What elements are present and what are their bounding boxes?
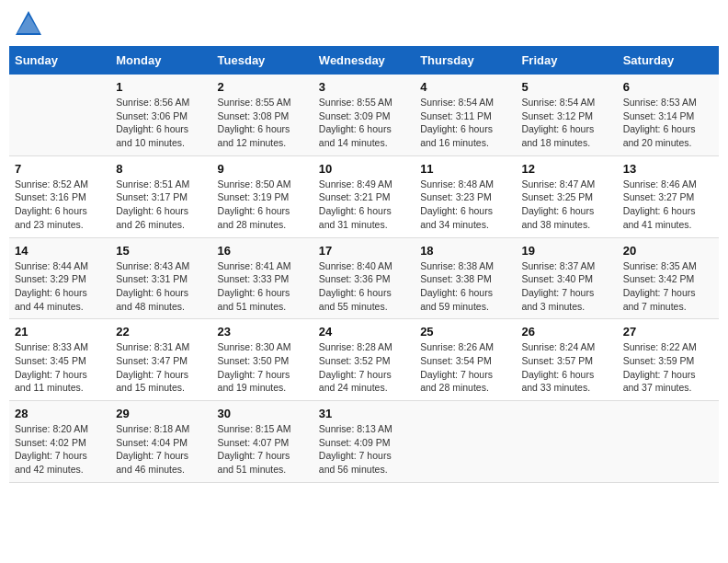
day-info: Sunrise: 8:37 AM Sunset: 3:40 PM Dayligh… bbox=[521, 259, 611, 314]
calendar-cell bbox=[9, 75, 110, 155]
calendar-cell bbox=[516, 401, 617, 483]
week-row-2: 14Sunrise: 8:44 AM Sunset: 3:29 PM Dayli… bbox=[9, 237, 719, 319]
day-number: 2 bbox=[218, 80, 308, 94]
day-number: 17 bbox=[319, 244, 409, 258]
calendar-cell: 8Sunrise: 8:51 AM Sunset: 3:17 PM Daylig… bbox=[110, 155, 211, 237]
calendar-cell: 30Sunrise: 8:15 AM Sunset: 4:07 PM Dayli… bbox=[212, 401, 313, 483]
day-number: 13 bbox=[623, 162, 713, 176]
day-number: 8 bbox=[116, 162, 206, 176]
day-info: Sunrise: 8:15 AM Sunset: 4:07 PM Dayligh… bbox=[218, 422, 308, 477]
day-info: Sunrise: 8:24 AM Sunset: 3:57 PM Dayligh… bbox=[521, 340, 611, 395]
day-number: 5 bbox=[521, 80, 611, 94]
day-number: 4 bbox=[420, 80, 510, 94]
calendar-cell: 4Sunrise: 8:54 AM Sunset: 3:11 PM Daylig… bbox=[415, 75, 516, 155]
calendar-cell: 26Sunrise: 8:24 AM Sunset: 3:57 PM Dayli… bbox=[516, 319, 617, 401]
week-row-3: 21Sunrise: 8:33 AM Sunset: 3:45 PM Dayli… bbox=[9, 319, 719, 401]
calendar-cell: 7Sunrise: 8:52 AM Sunset: 3:16 PM Daylig… bbox=[9, 155, 110, 237]
day-number: 10 bbox=[319, 162, 409, 176]
day-info: Sunrise: 8:43 AM Sunset: 3:31 PM Dayligh… bbox=[116, 259, 206, 314]
calendar-cell: 2Sunrise: 8:55 AM Sunset: 3:08 PM Daylig… bbox=[212, 75, 313, 155]
week-row-1: 7Sunrise: 8:52 AM Sunset: 3:16 PM Daylig… bbox=[9, 155, 719, 237]
calendar-cell: 15Sunrise: 8:43 AM Sunset: 3:31 PM Dayli… bbox=[110, 237, 211, 319]
calendar-cell: 25Sunrise: 8:26 AM Sunset: 3:54 PM Dayli… bbox=[415, 319, 516, 401]
calendar-cell: 27Sunrise: 8:22 AM Sunset: 3:59 PM Dayli… bbox=[618, 319, 719, 401]
day-number: 6 bbox=[623, 80, 713, 94]
day-number: 11 bbox=[420, 162, 510, 176]
day-info: Sunrise: 8:51 AM Sunset: 3:17 PM Dayligh… bbox=[116, 178, 206, 232]
day-number: 28 bbox=[15, 407, 105, 420]
calendar-cell bbox=[415, 401, 516, 483]
day-number: 23 bbox=[218, 325, 308, 339]
day-number: 20 bbox=[623, 244, 713, 258]
day-number: 27 bbox=[623, 325, 713, 339]
svg-marker-1 bbox=[17, 15, 40, 33]
day-number: 3 bbox=[319, 80, 409, 94]
day-number: 14 bbox=[15, 244, 105, 258]
calendar-cell: 3Sunrise: 8:55 AM Sunset: 3:09 PM Daylig… bbox=[313, 75, 415, 155]
weekday-header-friday: Friday bbox=[516, 46, 617, 75]
day-info: Sunrise: 8:13 AM Sunset: 4:09 PM Dayligh… bbox=[319, 422, 409, 477]
calendar-cell: 22Sunrise: 8:31 AM Sunset: 3:47 PM Dayli… bbox=[110, 319, 211, 401]
weekday-header-tuesday: Tuesday bbox=[212, 46, 313, 75]
day-info: Sunrise: 8:28 AM Sunset: 3:52 PM Dayligh… bbox=[319, 340, 409, 395]
calendar-cell: 28Sunrise: 8:20 AM Sunset: 4:02 PM Dayli… bbox=[9, 401, 110, 483]
calendar-cell: 11Sunrise: 8:48 AM Sunset: 3:23 PM Dayli… bbox=[415, 155, 516, 237]
day-number: 30 bbox=[218, 407, 308, 420]
day-info: Sunrise: 8:52 AM Sunset: 3:16 PM Dayligh… bbox=[15, 178, 105, 232]
day-info: Sunrise: 8:26 AM Sunset: 3:54 PM Dayligh… bbox=[420, 340, 510, 395]
logo bbox=[14, 9, 47, 39]
weekday-header-monday: Monday bbox=[110, 46, 211, 75]
day-number: 1 bbox=[116, 80, 206, 94]
week-row-4: 28Sunrise: 8:20 AM Sunset: 4:02 PM Dayli… bbox=[9, 401, 719, 483]
calendar-cell: 20Sunrise: 8:35 AM Sunset: 3:42 PM Dayli… bbox=[618, 237, 719, 319]
calendar-cell: 19Sunrise: 8:37 AM Sunset: 3:40 PM Dayli… bbox=[516, 237, 617, 319]
day-number: 29 bbox=[116, 407, 206, 420]
weekday-header-row: SundayMondayTuesdayWednesdayThursdayFrid… bbox=[9, 46, 719, 75]
day-info: Sunrise: 8:40 AM Sunset: 3:36 PM Dayligh… bbox=[319, 259, 409, 314]
weekday-header-saturday: Saturday bbox=[618, 46, 719, 75]
day-info: Sunrise: 8:55 AM Sunset: 3:09 PM Dayligh… bbox=[319, 96, 409, 150]
calendar-cell: 1Sunrise: 8:56 AM Sunset: 3:06 PM Daylig… bbox=[110, 75, 211, 155]
calendar-cell: 24Sunrise: 8:28 AM Sunset: 3:52 PM Dayli… bbox=[313, 319, 415, 401]
weekday-header-wednesday: Wednesday bbox=[313, 46, 415, 75]
calendar-cell: 21Sunrise: 8:33 AM Sunset: 3:45 PM Dayli… bbox=[9, 319, 110, 401]
day-number: 12 bbox=[521, 162, 611, 176]
day-info: Sunrise: 8:49 AM Sunset: 3:21 PM Dayligh… bbox=[319, 178, 409, 232]
day-info: Sunrise: 8:53 AM Sunset: 3:14 PM Dayligh… bbox=[623, 96, 713, 150]
day-info: Sunrise: 8:48 AM Sunset: 3:23 PM Dayligh… bbox=[420, 178, 510, 232]
day-info: Sunrise: 8:54 AM Sunset: 3:12 PM Dayligh… bbox=[521, 96, 611, 150]
weekday-header-thursday: Thursday bbox=[415, 46, 516, 75]
day-number: 15 bbox=[116, 244, 206, 258]
calendar-cell: 9Sunrise: 8:50 AM Sunset: 3:19 PM Daylig… bbox=[212, 155, 313, 237]
header bbox=[9, 9, 719, 39]
logo-icon bbox=[14, 9, 43, 39]
calendar-table: SundayMondayTuesdayWednesdayThursdayFrid… bbox=[9, 46, 719, 483]
day-info: Sunrise: 8:55 AM Sunset: 3:08 PM Dayligh… bbox=[218, 96, 308, 150]
day-info: Sunrise: 8:41 AM Sunset: 3:33 PM Dayligh… bbox=[218, 259, 308, 314]
day-info: Sunrise: 8:33 AM Sunset: 3:45 PM Dayligh… bbox=[15, 340, 105, 395]
day-info: Sunrise: 8:18 AM Sunset: 4:04 PM Dayligh… bbox=[116, 422, 206, 477]
day-info: Sunrise: 8:50 AM Sunset: 3:19 PM Dayligh… bbox=[218, 178, 308, 232]
weekday-header-sunday: Sunday bbox=[9, 46, 110, 75]
day-info: Sunrise: 8:30 AM Sunset: 3:50 PM Dayligh… bbox=[218, 340, 308, 395]
calendar-cell: 23Sunrise: 8:30 AM Sunset: 3:50 PM Dayli… bbox=[212, 319, 313, 401]
day-info: Sunrise: 8:35 AM Sunset: 3:42 PM Dayligh… bbox=[623, 259, 713, 314]
day-info: Sunrise: 8:20 AM Sunset: 4:02 PM Dayligh… bbox=[15, 422, 105, 477]
day-info: Sunrise: 8:46 AM Sunset: 3:27 PM Dayligh… bbox=[623, 178, 713, 232]
day-number: 9 bbox=[218, 162, 308, 176]
week-row-0: 1Sunrise: 8:56 AM Sunset: 3:06 PM Daylig… bbox=[9, 75, 719, 155]
day-info: Sunrise: 8:54 AM Sunset: 3:11 PM Dayligh… bbox=[420, 96, 510, 150]
calendar-cell: 29Sunrise: 8:18 AM Sunset: 4:04 PM Dayli… bbox=[110, 401, 211, 483]
calendar-cell: 13Sunrise: 8:46 AM Sunset: 3:27 PM Dayli… bbox=[618, 155, 719, 237]
calendar-cell: 10Sunrise: 8:49 AM Sunset: 3:21 PM Dayli… bbox=[313, 155, 415, 237]
day-number: 31 bbox=[319, 407, 409, 420]
day-info: Sunrise: 8:31 AM Sunset: 3:47 PM Dayligh… bbox=[116, 340, 206, 395]
day-number: 7 bbox=[15, 162, 105, 176]
calendar-cell: 17Sunrise: 8:40 AM Sunset: 3:36 PM Dayli… bbox=[313, 237, 415, 319]
day-info: Sunrise: 8:22 AM Sunset: 3:59 PM Dayligh… bbox=[623, 340, 713, 395]
calendar-cell bbox=[618, 401, 719, 483]
day-number: 24 bbox=[319, 325, 409, 339]
day-info: Sunrise: 8:47 AM Sunset: 3:25 PM Dayligh… bbox=[521, 178, 611, 232]
calendar-cell: 6Sunrise: 8:53 AM Sunset: 3:14 PM Daylig… bbox=[618, 75, 719, 155]
day-number: 22 bbox=[116, 325, 206, 339]
